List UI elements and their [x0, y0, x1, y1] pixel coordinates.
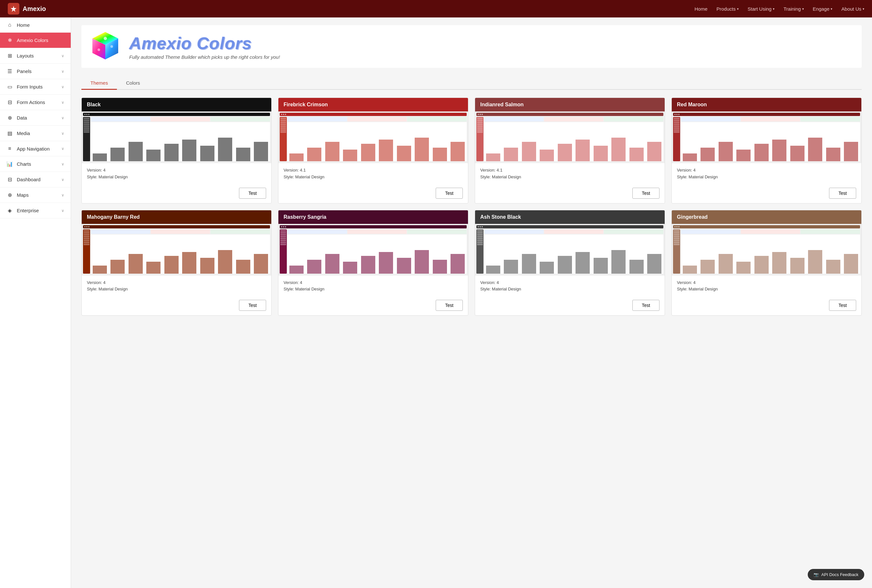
- sidebar-item-enterprise[interactable]: ◈Enterprise∨: [0, 203, 71, 218]
- theme-style-indianred-salmon: Style: Material Design: [480, 174, 659, 181]
- sidebar-item-maps[interactable]: ⊕Maps∨: [0, 188, 71, 203]
- theme-card-black: BlackVersion: 4Style: Material DesignTes…: [81, 98, 272, 204]
- theme-footer-ash-stone-black: Test: [475, 297, 665, 315]
- test-button-gingerbread[interactable]: Test: [829, 300, 856, 311]
- theme-style-firebrick-crimson: Style: Material Design: [283, 174, 463, 181]
- theme-info-red-maroon: Version: 4Style: Material Design: [672, 163, 862, 184]
- sidebar-item-app-navigation[interactable]: ≡App Navigation∨: [0, 141, 71, 156]
- test-button-ash-stone-black[interactable]: Test: [632, 300, 659, 311]
- app-layout: ⌂Home❄Amexio Colors⊞Layouts∨☰Panels∨▭For…: [0, 18, 872, 588]
- sidebar-label-amexio-colors: Amexio Colors: [17, 38, 64, 43]
- sidebar-icon-form-inputs: ▭: [6, 84, 13, 90]
- sidebar-item-media[interactable]: ▤Media∨: [0, 126, 71, 141]
- banner-title: Amexio Colors: [129, 34, 280, 53]
- chevron-down-icon: ∨: [61, 162, 64, 166]
- nav-links: HomeProducts▾Start Using▾Training▾Engage…: [695, 6, 864, 12]
- theme-footer-gingerbread: Test: [672, 297, 862, 315]
- theme-grid: BlackVersion: 4Style: Material DesignTes…: [81, 98, 862, 316]
- theme-info-gingerbread: Version: 4Style: Material Design: [672, 276, 862, 297]
- sidebar-item-data[interactable]: ⊕Data∨: [0, 110, 71, 126]
- theme-version-rasberry-sangria: Version: 4: [283, 279, 463, 286]
- theme-header-rasberry-sangria: Rasberry Sangria: [279, 210, 468, 224]
- theme-header-mahogany-barny-red: Mahogany Barny Red: [82, 210, 271, 224]
- chevron-down-icon: ▾: [863, 7, 864, 10]
- sidebar-label-form-actions: Form Actions: [17, 99, 57, 105]
- svg-point-4: [104, 37, 107, 40]
- tab-themes[interactable]: Themes: [81, 77, 117, 90]
- nav-link-home[interactable]: Home: [695, 6, 708, 12]
- sidebar-item-amexio-colors[interactable]: ❄Amexio Colors: [0, 33, 71, 48]
- chevron-down-icon: ∨: [61, 116, 64, 120]
- chevron-down-icon: ∨: [61, 69, 64, 74]
- sidebar-label-form-inputs: Form Inputs: [17, 84, 57, 90]
- chevron-down-icon: ▾: [802, 7, 804, 10]
- sidebar-item-charts[interactable]: 📊Charts∨: [0, 156, 71, 172]
- theme-style-mahogany-barny-red: Style: Material Design: [87, 286, 266, 293]
- test-button-rasberry-sangria[interactable]: Test: [436, 300, 463, 311]
- theme-header-ash-stone-black: Ash Stone Black: [475, 210, 665, 224]
- sidebar-icon-media: ▤: [6, 130, 13, 136]
- nav-link-training[interactable]: Training▾: [784, 6, 804, 12]
- theme-card-firebrick-crimson: Firebrick CrimsonVersion: 4.1Style: Mate…: [278, 98, 468, 204]
- chevron-down-icon: ∨: [61, 208, 64, 213]
- theme-footer-rasberry-sangria: Test: [279, 297, 468, 315]
- theme-preview-red-maroon: [672, 111, 862, 163]
- sidebar-item-form-inputs[interactable]: ▭Form Inputs∨: [0, 79, 71, 94]
- chevron-down-icon: ∨: [61, 193, 64, 197]
- sidebar-item-form-actions[interactable]: ⊟Form Actions∨: [0, 94, 71, 110]
- sidebar-item-home[interactable]: ⌂Home: [0, 18, 71, 33]
- theme-preview-rasberry-sangria: [279, 224, 468, 276]
- sidebar-label-panels: Panels: [17, 69, 57, 74]
- sidebar-icon-maps: ⊕: [6, 192, 13, 198]
- theme-info-ash-stone-black: Version: 4Style: Material Design: [475, 276, 665, 297]
- theme-card-indianred-salmon: Indianred SalmonVersion: 4.1Style: Mater…: [475, 98, 665, 204]
- theme-style-rasberry-sangria: Style: Material Design: [283, 286, 463, 293]
- theme-preview-black: [82, 111, 271, 163]
- theme-card-mahogany-barny-red: Mahogany Barny RedVersion: 4Style: Mater…: [81, 210, 272, 316]
- sidebar-icon-data: ⊕: [6, 115, 13, 121]
- camera-icon: 📷: [814, 572, 819, 577]
- test-button-mahogany-barny-red[interactable]: Test: [239, 300, 266, 311]
- top-navigation: Amexio HomeProducts▾Start Using▾Training…: [0, 0, 872, 18]
- chevron-down-icon: ▾: [737, 7, 739, 10]
- theme-header-firebrick-crimson: Firebrick Crimson: [279, 98, 468, 111]
- test-button-firebrick-crimson[interactable]: Test: [436, 188, 463, 199]
- theme-info-black: Version: 4Style: Material Design: [82, 163, 271, 184]
- sidebar-icon-panels: ☰: [6, 68, 13, 74]
- theme-card-red-maroon: Red MaroonVersion: 4Style: Material Desi…: [671, 98, 862, 204]
- sidebar-item-dashboard[interactable]: ⊟Dashboard∨: [0, 172, 71, 188]
- theme-card-gingerbread: GingerbreadVersion: 4Style: Material Des…: [671, 210, 862, 316]
- sidebar-icon-dashboard: ⊟: [6, 176, 13, 183]
- chevron-down-icon: ∨: [61, 54, 64, 58]
- theme-preview-mahogany-barny-red: [82, 224, 271, 276]
- theme-footer-indianred-salmon: Test: [475, 184, 665, 203]
- nav-link-start-using[interactable]: Start Using▾: [748, 6, 775, 12]
- svg-marker-0: [10, 6, 16, 12]
- brand-logo[interactable]: Amexio: [8, 3, 46, 15]
- nav-link-about-us[interactable]: About Us▾: [841, 6, 864, 12]
- theme-style-ash-stone-black: Style: Material Design: [480, 286, 659, 293]
- test-button-black[interactable]: Test: [239, 188, 266, 199]
- nav-link-engage[interactable]: Engage▾: [813, 6, 833, 12]
- chevron-down-icon: ∨: [61, 131, 64, 136]
- theme-style-black: Style: Material Design: [87, 174, 266, 181]
- tab-colors[interactable]: Colors: [117, 77, 149, 90]
- sidebar-item-panels[interactable]: ☰Panels∨: [0, 64, 71, 79]
- chevron-down-icon: ▾: [773, 7, 775, 10]
- brand-icon: [8, 3, 19, 15]
- theme-info-indianred-salmon: Version: 4.1Style: Material Design: [475, 163, 665, 184]
- nav-link-products[interactable]: Products▾: [717, 6, 739, 12]
- test-button-indianred-salmon[interactable]: Test: [632, 188, 659, 199]
- theme-version-ash-stone-black: Version: 4: [480, 279, 659, 286]
- theme-version-indianred-salmon: Version: 4.1: [480, 167, 659, 174]
- tabs-container: ThemesColors: [81, 77, 862, 90]
- sidebar-icon-form-actions: ⊟: [6, 99, 13, 105]
- sidebar-item-layouts[interactable]: ⊞Layouts∨: [0, 48, 71, 64]
- theme-preview-indianred-salmon: [475, 111, 665, 163]
- banner-cube: [89, 30, 121, 63]
- test-button-red-maroon[interactable]: Test: [829, 188, 856, 199]
- theme-header-black: Black: [82, 98, 271, 111]
- sidebar-icon-charts: 📊: [6, 161, 13, 167]
- api-feedback-button[interactable]: 📷 API Docs Feedback: [808, 569, 864, 580]
- api-feedback-label: API Docs Feedback: [821, 572, 859, 577]
